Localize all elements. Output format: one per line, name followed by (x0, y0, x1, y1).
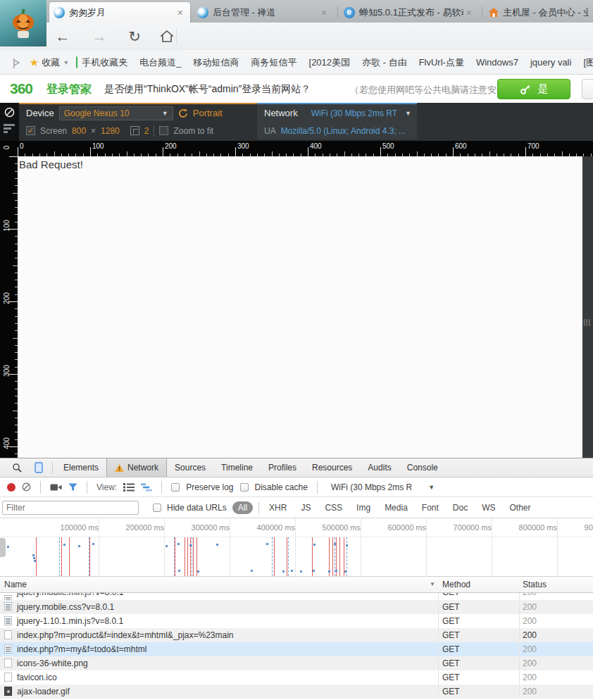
request-method: GET (442, 628, 460, 642)
favorites-label[interactable]: 收藏 (42, 56, 60, 69)
request-method: GET (442, 642, 460, 656)
throttle-select-value[interactable]: WiFi (30 Mbps 2ms R (331, 482, 412, 492)
screen-checkbox[interactable]: ✓ (26, 126, 35, 135)
panel-toggle-icon[interactable]: |> (13, 57, 18, 68)
back-button[interactable]: ← (52, 27, 73, 46)
bookmark-item[interactable]: 移动短信商 (194, 56, 239, 69)
tab-separator (482, 6, 482, 18)
screencast-camera-icon[interactable] (50, 483, 62, 492)
filter-type-font[interactable]: Font (418, 501, 443, 514)
request-row[interactable]: jquery.mobile.min.js?v=8.0.1 GET 200 (0, 593, 593, 600)
login-decline-button[interactable] (582, 79, 593, 99)
column-method[interactable]: Method (442, 580, 470, 589)
rotate-icon[interactable] (178, 108, 188, 118)
tab-timeline[interactable]: Timeline (213, 458, 261, 477)
orientation-label[interactable]: Portrait (193, 108, 223, 118)
filter-funnel-icon[interactable] (68, 483, 77, 492)
column-status[interactable]: Status (523, 580, 547, 589)
hide-data-urls-checkbox[interactable] (153, 504, 161, 512)
vtick (9, 156, 18, 157)
filter-type-all[interactable]: All (232, 501, 253, 514)
request-row[interactable]: jquery-1.10.1.min.js?v=8.0.1 GET 200 (0, 614, 593, 628)
device-pixel-ratio-value[interactable]: 2 (144, 126, 149, 136)
htick (235, 147, 236, 156)
tab-close-icon[interactable]: × (175, 7, 186, 18)
tab-close-icon[interactable]: × (318, 7, 330, 18)
browser-tab-2[interactable]: 后台管理 - 禅道 × (193, 2, 334, 23)
file-icon (4, 630, 12, 639)
column-name[interactable]: Name (4, 580, 27, 589)
list-view-icon[interactable] (123, 483, 135, 492)
chevron-down-icon[interactable]: ▼ (428, 484, 435, 491)
emulation-side-column (0, 103, 19, 141)
filter-type-js[interactable]: JS (296, 501, 315, 514)
olab: 800000 ms (494, 523, 557, 532)
filter-type-xhr[interactable]: XHR (265, 501, 291, 514)
inspect-element-icon[interactable] (6, 463, 28, 473)
tab-network[interactable]: Network (106, 458, 167, 477)
tab-close-icon[interactable]: × (463, 7, 475, 18)
request-row[interactable]: index.php?m=product&f=index&t=mhtml&_pja… (0, 628, 593, 642)
bookmark-item[interactable]: [图文教程] (583, 56, 593, 69)
filter-type-ws[interactable]: WS (477, 501, 499, 514)
emulated-page: Bad Request! (18, 156, 582, 458)
device-select[interactable]: Google Nexus 10 ▼ (59, 106, 173, 120)
browser-tab-3[interactable]: 蝉知5.0.1正式发布 - 易软动 × (339, 2, 479, 23)
tab-sources[interactable]: Sources (167, 458, 213, 477)
tab-audits[interactable]: Audits (360, 458, 399, 477)
ogrid (230, 537, 230, 576)
filter-type-img[interactable]: Img (352, 501, 375, 514)
tab-profiles[interactable]: Profiles (261, 458, 304, 477)
request-row[interactable]: favicon.ico GET 200 (0, 670, 593, 685)
rline (193, 537, 194, 576)
ua-value[interactable]: Mozilla/5.0 (Linux; Android 4.3; ... (281, 126, 406, 136)
login-confirm-button[interactable]: 是 (497, 79, 570, 99)
browser-tab-1[interactable]: 匆匆岁月 × (49, 2, 190, 23)
request-row[interactable]: icons-36-white.png GET 200 (0, 656, 593, 670)
request-row[interactable]: jquery.mobile.css?v=8.0.1 GET 200 (0, 600, 593, 614)
bookmark-item[interactable]: 亦歌 - 自由 (362, 56, 407, 69)
filter-type-doc[interactable]: Doc (449, 501, 472, 514)
resize-grip-icon[interactable]: ||| (583, 318, 591, 326)
vlab: 300 (3, 361, 11, 382)
network-throttle-value[interactable]: WiFi (30 Mbps 2ms RT (311, 108, 400, 118)
gif-file-icon (4, 687, 12, 696)
tab-elements[interactable]: Elements (56, 458, 106, 477)
device-mode-icon[interactable] (28, 462, 49, 473)
tab-console[interactable]: Console (399, 458, 446, 477)
request-row[interactable]: ajax-loader.gif GET 200 (0, 685, 593, 699)
chevron-down-icon[interactable]: ▾ (64, 58, 68, 66)
screen-height-value[interactable]: 1280 (101, 126, 120, 136)
preserve-log-checkbox[interactable] (171, 483, 180, 492)
home-button[interactable] (156, 27, 177, 46)
zoom-to-fit-checkbox[interactable]: ✓ (159, 126, 168, 135)
filter-type-other[interactable]: Other (506, 501, 535, 514)
bookmark-mobile-folder[interactable]: 手机收藏夹 (82, 56, 127, 69)
screen-width-value[interactable]: 800 (72, 126, 86, 136)
bline (192, 537, 192, 576)
bookmark-item[interactable]: 商务短信平 (251, 56, 297, 69)
bookmark-item[interactable]: [2012美国 (309, 56, 351, 69)
disable-cache-checkbox[interactable] (240, 483, 249, 492)
bookmark-item[interactable]: 电台频道_ (139, 56, 181, 69)
olab: 300000 ms (166, 523, 230, 532)
reload-button[interactable]: ↻ (124, 27, 145, 46)
overview-graph[interactable] (0, 537, 593, 577)
bookmark-item[interactable]: FlvUrl-点量 (419, 56, 464, 69)
waterfall-view-icon[interactable] (141, 483, 152, 492)
tab-resources[interactable]: Resources (304, 458, 360, 477)
browser-tab-4[interactable]: 主机屋 - 会员中心 - 业 (485, 2, 593, 23)
network-conditions-icon[interactable] (4, 124, 15, 135)
forward-button[interactable]: → (89, 27, 110, 46)
clear-icon[interactable] (22, 482, 31, 492)
disable-icon[interactable] (4, 107, 15, 118)
bookmark-item[interactable]: jquery vali (530, 57, 572, 68)
record-button[interactable] (7, 483, 15, 492)
filter-type-css[interactable]: CSS (320, 501, 347, 514)
bookmark-item[interactable]: Windows7 (476, 57, 518, 68)
network-filter-input[interactable] (2, 501, 139, 515)
chevron-down-icon[interactable]: ▼ (405, 110, 411, 117)
filter-type-media[interactable]: Media (380, 501, 412, 514)
request-status: 200 (523, 628, 537, 642)
request-row-selected[interactable]: index.php?m=my&f=todo&t=mhtml GET 200 (0, 642, 593, 656)
